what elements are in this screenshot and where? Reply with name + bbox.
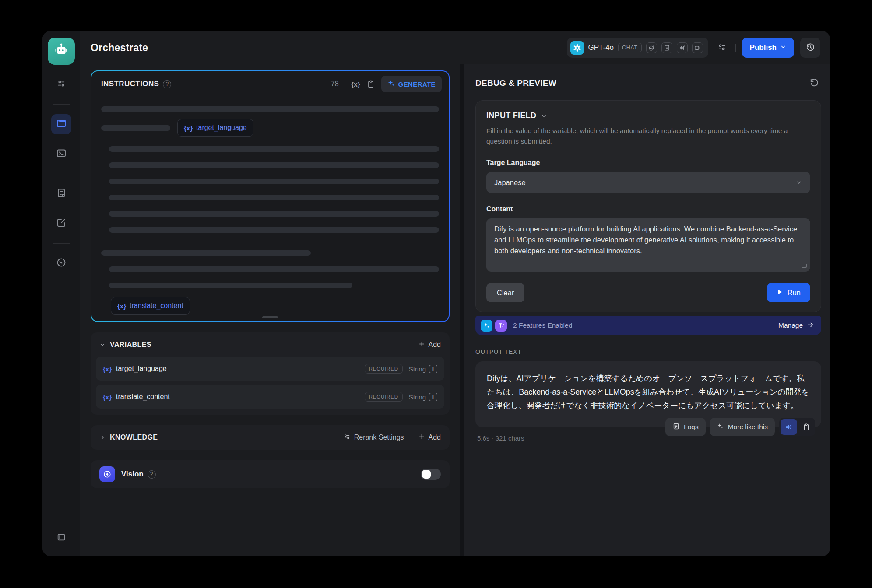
prompt-skeleton-line [101, 106, 439, 112]
run-button[interactable]: Run [767, 283, 810, 302]
sidebar-item-annotation[interactable] [51, 214, 71, 234]
textarea-resize-handle[interactable] [802, 264, 807, 268]
input-field-card: INPUT FIELD Fill in the value of the var… [475, 100, 821, 312]
variable-row[interactable]: {x} target_language REQUIRED String T [96, 357, 444, 381]
variable-token-translate-content[interactable]: {x} translate_content [111, 297, 190, 315]
audio-actions-group [779, 418, 815, 436]
string-type-icon: T [429, 365, 437, 373]
sidebar-item-logs[interactable] [51, 184, 71, 204]
generate-button[interactable]: GENERATE [381, 76, 442, 92]
arrow-right-icon [807, 321, 814, 330]
model-name: GPT-4o [588, 43, 614, 52]
variable-icon: {x} [103, 365, 112, 373]
app-avatar[interactable] [48, 38, 75, 65]
more-like-this-button[interactable]: More like this [710, 418, 775, 436]
sidebar-item-orchestrate[interactable] [51, 114, 71, 134]
prompt-skeleton-line [109, 211, 439, 217]
document-list-icon [56, 188, 67, 200]
clear-button[interactable]: Clear [486, 283, 524, 302]
sliders-icon [56, 79, 66, 90]
prompt-skeleton-line [109, 178, 439, 184]
variable-token-target-language[interactable]: {x} target_language [177, 119, 253, 136]
speaker-button[interactable] [781, 419, 797, 435]
prompt-skeleton-line [109, 266, 439, 272]
char-count: 78 [331, 80, 339, 88]
insert-variable-button[interactable]: {x} [352, 80, 360, 88]
sidebar-item-settings[interactable] [51, 74, 71, 94]
chevron-down-icon[interactable] [99, 342, 105, 348]
required-badge: REQUIRED [365, 364, 403, 374]
sparkle-icon [387, 80, 395, 88]
rerank-settings-button[interactable]: Rerank Settings [343, 433, 404, 442]
prompt-editor[interactable]: {x} target_language [91, 97, 449, 321]
resize-handle[interactable] [262, 316, 278, 318]
variable-icon: {x} [103, 393, 112, 401]
output-text: Difyは、AIアプリケーションを構築するためのオープンソースプラットフォームで… [487, 372, 810, 413]
audio-capability-icon [677, 42, 688, 53]
prompt-skeleton-line [109, 195, 439, 200]
variable-type: String T [409, 365, 437, 373]
sidebar-divider [53, 104, 70, 105]
publish-button[interactable]: Publish [742, 38, 794, 58]
copy-output-button[interactable] [799, 419, 814, 435]
prompt-skeleton-line [109, 162, 439, 168]
content-label: Content [486, 205, 810, 213]
document-capability-icon [661, 42, 672, 53]
vision-toggle[interactable] [421, 469, 441, 480]
publish-label: Publish [750, 43, 777, 52]
input-field-title: INPUT FIELD [486, 111, 536, 120]
sidebar-divider [53, 243, 70, 244]
help-icon[interactable]: ? [148, 470, 156, 479]
robot-icon [53, 42, 69, 60]
debug-preview-pane: DEBUG & PREVIEW INPUT FIELD [464, 64, 830, 556]
sparkle-icon [717, 423, 724, 431]
copy-prompt-button[interactable] [366, 80, 375, 88]
sidebar-item-monitoring[interactable] [51, 253, 71, 273]
chevron-down-icon [780, 43, 786, 52]
prompt-skeleton-line [109, 146, 439, 152]
chevron-down-icon [541, 112, 547, 119]
app-window: Orchestrate [42, 31, 830, 556]
features-bar[interactable]: 2 Features Enabled Manage [475, 316, 821, 335]
target-language-select[interactable]: Japanese [486, 172, 810, 193]
vision-icon [99, 466, 115, 482]
vision-section: Vision ? [91, 460, 450, 488]
knowledge-title: KNOWLEDGE [110, 434, 158, 441]
help-icon[interactable]: ? [163, 80, 171, 88]
manage-features-button[interactable]: Manage [778, 321, 814, 330]
output-text-title: OUTPUT TEXT [475, 348, 522, 355]
instructions-panel: INSTRUCTIONS ? 78 {x} [91, 70, 450, 322]
pane-resize-gutter[interactable] [460, 64, 464, 556]
model-parameters-button[interactable] [714, 40, 729, 55]
top-bar: Orchestrate [80, 31, 830, 64]
restart-debug-button[interactable] [806, 76, 821, 91]
features-enabled-text: 2 Features Enabled [513, 322, 572, 329]
generate-label: GENERATE [398, 80, 436, 88]
header-divider [735, 44, 736, 52]
sidebar-item-terminal[interactable] [51, 144, 71, 164]
rerank-sliders-icon [343, 433, 351, 442]
history-button[interactable] [800, 38, 820, 58]
sliders-icon [717, 42, 727, 53]
logs-button[interactable]: Logs [665, 418, 706, 436]
openai-logo-icon [570, 41, 584, 55]
prompt-skeleton-line [101, 250, 311, 256]
string-type-icon: T [429, 393, 437, 401]
input-field-header[interactable]: INPUT FIELD [486, 111, 810, 120]
prompt-skeleton-line [109, 227, 439, 233]
collapse-sidebar-button[interactable] [51, 528, 71, 548]
gauge-icon [56, 257, 67, 270]
variable-row[interactable]: {x} translate_content REQUIRED String T [96, 385, 444, 409]
refresh-icon [809, 77, 819, 89]
debug-preview-title: DEBUG & PREVIEW [475, 78, 556, 88]
plus-icon [418, 341, 425, 349]
chevron-right-icon[interactable] [99, 434, 105, 441]
terminal-icon [56, 148, 67, 160]
plus-icon [418, 434, 425, 442]
add-knowledge-button[interactable]: Add [418, 434, 441, 442]
chevron-down-icon [795, 179, 802, 186]
model-selector[interactable]: GPT-4o CHAT [567, 38, 708, 58]
target-language-label: Targe Language [486, 159, 810, 167]
content-textarea[interactable]: Dify is an open-source platform for buil… [486, 218, 810, 272]
add-variable-button[interactable]: Add [418, 341, 441, 349]
